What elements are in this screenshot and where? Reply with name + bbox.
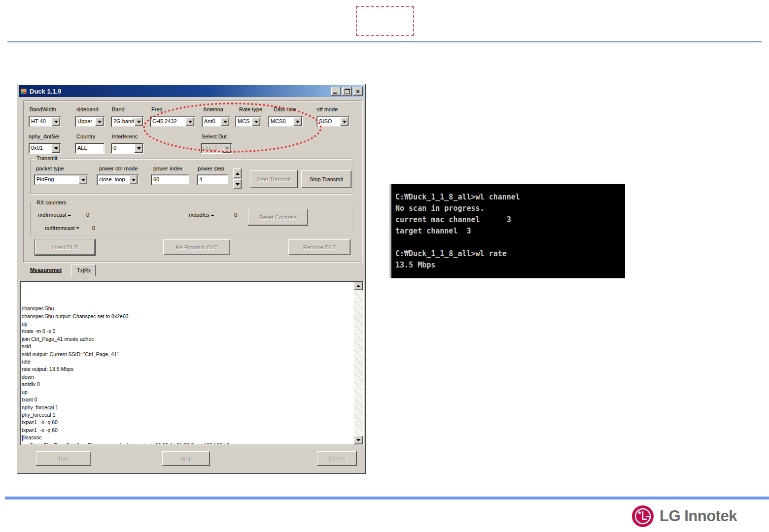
stf-mode-select[interactable]: SISO <box>316 116 350 127</box>
power-index-field[interactable]: 60 <box>151 174 189 185</box>
bandwidth-select[interactable]: HT-40 <box>29 116 61 127</box>
power-ctrl-mode-select[interactable]: close_loop <box>97 174 139 185</box>
chevron-down-icon[interactable] <box>340 117 349 126</box>
power-step-field[interactable]: 4 <box>197 174 228 185</box>
spinner-up-button[interactable] <box>233 168 242 178</box>
cancel-label: Cancel <box>328 456 345 462</box>
log-line: nrate -m 0 -s 0 <box>22 328 352 335</box>
log-scrollbar[interactable] <box>354 282 363 444</box>
power-step-value: 4 <box>199 176 202 182</box>
bandwidth-label: BandWidth <box>30 106 56 112</box>
tab-txrx[interactable]: Tx|Rx <box>71 265 96 276</box>
chevron-down-icon[interactable] <box>293 117 302 126</box>
log-text: chanspec 5buchanspec 5bu output: Chanspe… <box>22 282 352 444</box>
titlebar[interactable]: Duck 1.1.9 × <box>19 85 364 97</box>
minimize-button[interactable] <box>331 87 341 96</box>
rxdadfcs-value: 0 <box>234 212 237 218</box>
country-value: ALL <box>77 145 87 151</box>
chevron-down-icon[interactable] <box>129 175 138 184</box>
power-ctrl-mode-label: power ctrl mode <box>99 166 138 171</box>
chevron-down-icon[interactable] <box>52 144 60 153</box>
rxdfrmocast-label: rxdfrmocast = <box>38 212 71 218</box>
reprogram-dut-button[interactable]: Re-Program DUT <box>163 239 230 255</box>
log-line: chanspec 5bu output: Chanspec set to 0x2… <box>22 313 352 320</box>
rxdadfcs-label: rxdadfcs = <box>189 212 214 218</box>
log-line: txpwr1 -o -q 60 <box>22 427 352 434</box>
tab-measurement-label: Measuremet <box>30 267 62 273</box>
log-line: ssid output: Current SSID: "Ctrl_Page_41… <box>22 351 352 358</box>
packet-type-value: PktEng <box>36 176 54 182</box>
data-rate-select[interactable]: MCS0 <box>268 116 303 127</box>
freq-select[interactable]: CH5 2432 <box>150 116 195 127</box>
packet-type-label: packet type <box>36 166 64 171</box>
chevron-down-icon[interactable] <box>95 117 104 126</box>
remove-dut-button[interactable]: Remove DUT <box>288 239 350 255</box>
window-title: Duck 1.1.9 <box>30 88 61 95</box>
chevron-down-icon[interactable] <box>52 117 60 126</box>
band-select[interactable]: 2G band <box>111 116 144 127</box>
scroll-up-button[interactable] <box>354 282 363 290</box>
nphy-antsel-select[interactable]: 0x01 <box>29 143 61 154</box>
rate-type-select[interactable]: MCS <box>235 116 261 127</box>
reset-counters-button[interactable]: Reset Counters <box>248 209 308 226</box>
power-step-label: power step <box>198 166 224 171</box>
data-rate-label: Data rate <box>274 106 296 112</box>
sideband-select[interactable]: Upper <box>75 116 105 127</box>
freq-label: Freq <box>151 106 163 112</box>
chevron-up-icon <box>236 172 240 175</box>
lg-logo-icon <box>631 504 655 528</box>
terminal-line: current mac channel 3 <box>395 214 625 226</box>
packet-type-select[interactable]: PktEng <box>34 174 88 185</box>
select-dut-select[interactable]: Dut_0 <box>201 143 232 154</box>
reprogram-dut-label: Re-Program DUT <box>175 244 218 250</box>
chevron-down-icon <box>356 439 360 441</box>
start-transmit-label: Start Transmit <box>257 176 290 182</box>
stop-transmit-button[interactable]: Stop Transmit <box>301 170 351 188</box>
annotation-empty-box <box>356 6 414 36</box>
lg-innotek-wordmark: LG Innotek <box>660 507 737 525</box>
insert-dut-button[interactable]: Insert DUT <box>35 239 95 255</box>
log-line: phy_forcecal 1 <box>22 411 352 419</box>
band-value: 2G band <box>113 118 134 124</box>
chevron-down-icon[interactable] <box>135 144 143 153</box>
scroll-down-button[interactable] <box>354 436 363 444</box>
select-dut-label: Select Dut <box>202 133 227 139</box>
stf-mode-value: SISO <box>319 118 332 124</box>
close-button[interactable]: × <box>353 87 363 96</box>
chevron-down-icon[interactable] <box>186 117 194 126</box>
start-transmit-button[interactable]: Start Transmit <box>250 170 298 188</box>
antenna-select[interactable]: Ant0 <box>202 116 230 127</box>
sideband-label: sideband <box>76 106 99 112</box>
stop-transmit-label: Stop Transmit <box>310 176 343 182</box>
chevron-down-icon[interactable] <box>79 175 87 184</box>
terminal-window[interactable]: C:₩Duck_1_1_8_all>wl channelNo scan in p… <box>389 184 625 278</box>
tab-measurement[interactable]: Measuremet <box>22 264 70 276</box>
chevron-down-icon[interactable] <box>252 117 260 126</box>
log-line: down <box>22 373 352 381</box>
run-button[interactable]: Run <box>36 451 91 466</box>
interference-select[interactable]: 0 <box>111 143 144 154</box>
cancel-button[interactable]: Cancel <box>317 451 357 466</box>
terminal-line: No scan in progress. <box>395 203 625 214</box>
sideband-value: Upper <box>77 118 92 124</box>
chevron-down-icon[interactable] <box>221 117 229 126</box>
chevron-down-icon[interactable] <box>135 117 143 126</box>
stop-button[interactable]: Stop <box>162 451 210 466</box>
power-step-stepper[interactable] <box>233 168 242 189</box>
footer-accent-bar <box>5 497 769 499</box>
terminal-line: target channel 3 <box>395 226 625 237</box>
log-line: up <box>22 389 352 396</box>
spinner-down-button[interactable] <box>233 179 242 189</box>
rx-counters-group-title: RX counters <box>35 200 69 205</box>
rxdfrmmcast-label: rxdfrmmcast = <box>45 225 79 231</box>
interference-label: Interferenc <box>112 133 138 139</box>
country-field[interactable]: ALL <box>75 143 105 154</box>
terminal-line <box>395 237 625 248</box>
terminal-line: C:₩Duck_1_1_8_all>wl rate <box>395 248 625 260</box>
maximize-button[interactable] <box>342 87 352 96</box>
rate-type-value: MCS <box>238 118 249 124</box>
antenna-value: Ant0 <box>204 118 215 124</box>
power-ctrl-mode-value: close_loop <box>99 176 125 182</box>
log-output-area[interactable]: chanspec 5buchanspec 5bu output: Chanspe… <box>20 281 364 445</box>
rxdfrmocast-value: 0 <box>86 212 89 218</box>
